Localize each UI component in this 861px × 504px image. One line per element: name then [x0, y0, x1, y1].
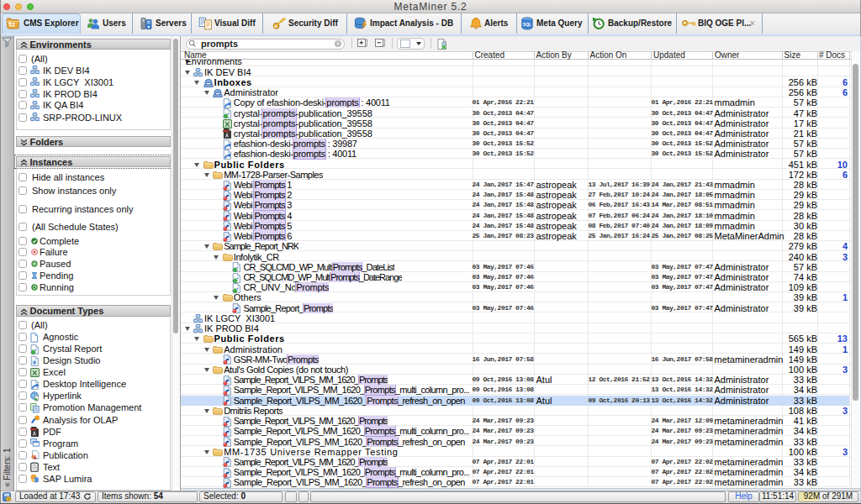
- svg-text:SQL: SQL: [523, 22, 531, 27]
